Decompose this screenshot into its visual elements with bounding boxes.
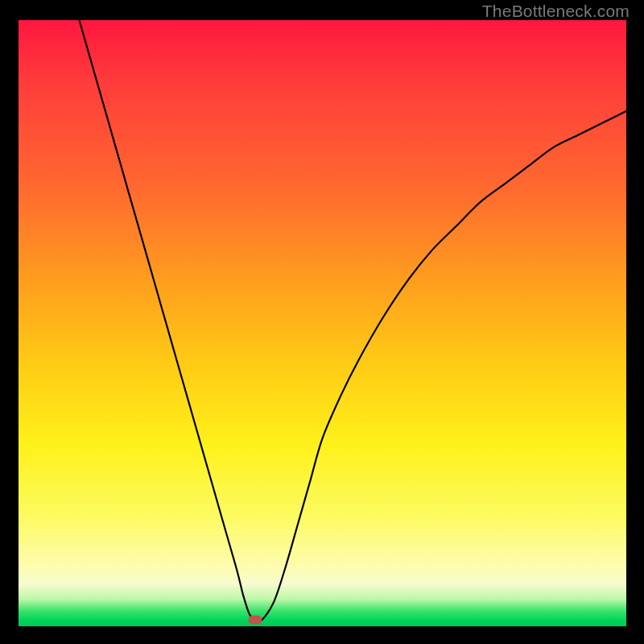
chart-frame: TheBottleneck.com <box>0 0 644 644</box>
optimal-point-marker <box>249 616 262 625</box>
bottleneck-curve <box>19 20 626 626</box>
watermark-text: TheBottleneck.com <box>482 2 630 21</box>
chart-plot-area <box>19 20 626 626</box>
